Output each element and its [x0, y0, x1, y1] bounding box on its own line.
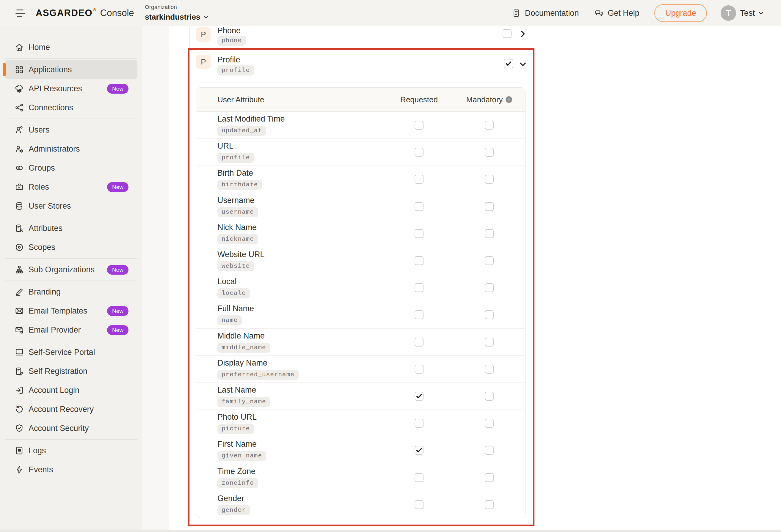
phone-scope-expand-chevron-right-icon[interactable] [518, 29, 528, 39]
requested-checkbox[interactable] [415, 310, 423, 319]
requested-checkbox[interactable] [415, 283, 423, 292]
requested-checkbox[interactable] [415, 365, 423, 373]
i-login-icon [14, 385, 25, 395]
sidebar-item-label: Account Recovery [29, 405, 94, 414]
user-menu-chevron-icon[interactable] [758, 10, 764, 16]
requested-checkbox[interactable] [415, 473, 423, 482]
window-bottom-edge [0, 530, 781, 532]
mandatory-checkbox[interactable] [485, 256, 494, 265]
sidebar-item-label: Connections [29, 103, 73, 112]
sidebar-item-branding[interactable]: Branding [5, 282, 137, 301]
sidebar-item-account-login[interactable]: Account Login [5, 381, 137, 400]
i-emailprov-icon [14, 325, 25, 335]
sidebar-item-account-security[interactable]: Account Security [5, 419, 137, 438]
sidebar-item-scopes[interactable]: Scopes [5, 238, 137, 257]
profile-scope-title: Profile [217, 55, 240, 64]
i-stores-icon [14, 201, 25, 211]
requested-checkbox[interactable] [415, 500, 423, 509]
mandatory-checkbox[interactable] [485, 500, 494, 509]
requested-checkbox[interactable] [415, 256, 423, 265]
requested-checkbox[interactable] [415, 175, 423, 184]
asgardeo-logo[interactable]: ASGARDEO* Console [36, 8, 134, 18]
mandatory-checkbox[interactable] [485, 392, 494, 401]
mandatory-checkbox[interactable] [485, 121, 494, 130]
i-selfreg-icon [14, 366, 25, 376]
attribute-claim-chip: gender [217, 505, 250, 515]
requested-checkbox[interactable] [415, 202, 423, 211]
sidebar-item-logs[interactable]: Logs [5, 441, 137, 460]
upgrade-button[interactable]: Upgrade [654, 4, 707, 22]
chevron-down-icon [203, 14, 209, 20]
sidebar-item-attributes[interactable]: Attributes [5, 219, 137, 238]
sidebar-item-account-recovery[interactable]: Account Recovery [5, 400, 137, 419]
menu-toggle-icon[interactable] [15, 9, 26, 17]
sidebar-item-user-stores[interactable]: User Stores [5, 196, 137, 216]
table-header-row: User Attribute Requested Mandatory i [196, 88, 525, 112]
mandatory-checkbox[interactable] [485, 148, 494, 157]
sidebar-item-events[interactable]: Events [5, 460, 137, 479]
profile-scope-collapse-chevron-down-icon[interactable] [518, 59, 528, 69]
requested-checkbox[interactable] [415, 392, 423, 401]
sidebar-item-self-service-portal[interactable]: Self-Service Portal [5, 343, 137, 362]
sidebar-item-label: Self Registration [29, 367, 87, 376]
mandatory-checkbox[interactable] [485, 473, 494, 482]
sidebar-item-label: Attributes [29, 224, 63, 233]
profile-scope-checkbox[interactable] [504, 59, 513, 69]
mandatory-checkbox[interactable] [485, 283, 494, 292]
attribute-label: Birth Date [217, 169, 385, 178]
attribute-claim-chip: profile [217, 153, 254, 163]
mandatory-checkbox[interactable] [485, 202, 494, 211]
sidebar-item-self-registration[interactable]: Self Registration [5, 362, 137, 381]
get-help-link[interactable]: Get Help [594, 8, 640, 18]
requested-checkbox[interactable] [415, 338, 423, 347]
sidebar-item-email-templates[interactable]: Email Templates New [5, 301, 137, 320]
mandatory-checkbox[interactable] [485, 446, 494, 455]
sidebar-item-connections[interactable]: Connections [5, 98, 137, 117]
sidebar-item-applications[interactable]: Applications [5, 60, 137, 79]
sidebar-item-home[interactable]: Home [5, 38, 137, 57]
requested-checkbox[interactable] [415, 121, 423, 130]
sidebar-divider [5, 280, 137, 281]
sidebar-item-administrators[interactable]: Administrators [5, 139, 137, 159]
sidebar-item-label: Sub Organizations [29, 265, 94, 274]
attribute-claim-chip: website [217, 261, 254, 271]
attribute-claim-chip: family_name [217, 397, 270, 407]
attribute-label: Gender [217, 494, 385, 503]
logo-brand-text: ASGARDEO [36, 8, 92, 18]
requested-checkbox[interactable] [415, 148, 423, 157]
top-bar: ASGARDEO* Console Organization starkindu… [0, 0, 781, 26]
mandatory-checkbox[interactable] [485, 338, 494, 347]
requested-checkbox[interactable] [415, 446, 423, 455]
mandatory-checkbox[interactable] [485, 310, 494, 319]
mandatory-checkbox[interactable] [485, 419, 494, 428]
sidebar-item-label: Roles [29, 182, 49, 192]
attribute-row: Local locale [196, 274, 525, 301]
sidebar-item-api-resources[interactable]: API Resources New [5, 79, 137, 98]
mandatory-checkbox[interactable] [485, 175, 494, 184]
requested-checkbox[interactable] [415, 419, 423, 428]
sidebar-item-groups[interactable]: Groups [5, 159, 137, 177]
sidebar-item-users[interactable]: Users [5, 120, 137, 139]
attribute-row: Middle Name middle_name [196, 329, 525, 356]
sidebar-item-email-provider[interactable]: Email Provider New [5, 320, 137, 340]
new-badge: New [107, 306, 128, 316]
attribute-label: Local [217, 277, 385, 286]
organization-name: starkindustries [145, 12, 200, 22]
attribute-row: Display Name preferred_username [196, 356, 525, 383]
sidebar-item-sub-organizations[interactable]: Sub Organizations New [5, 260, 137, 279]
mandatory-info-icon[interactable]: i [505, 96, 512, 103]
attribute-row: Full Name name [196, 301, 525, 328]
i-recovery-icon [14, 404, 25, 414]
logo-asterisk: * [93, 6, 96, 16]
sidebar-item-roles[interactable]: Roles New [5, 177, 137, 196]
attribute-claim-chip: zoneinfo [217, 478, 258, 488]
mandatory-checkbox[interactable] [485, 365, 494, 373]
documentation-link[interactable]: Documentation [511, 8, 579, 18]
sidebar-divider [5, 341, 137, 341]
sidebar-nav: Home Applications API Resources New Conn… [0, 26, 142, 530]
phone-scope-checkbox[interactable] [503, 29, 511, 38]
mandatory-checkbox[interactable] [485, 229, 494, 238]
organization-switcher[interactable]: Organization starkindustries [145, 4, 209, 22]
user-avatar[interactable]: T [721, 5, 736, 21]
requested-checkbox[interactable] [415, 229, 423, 238]
